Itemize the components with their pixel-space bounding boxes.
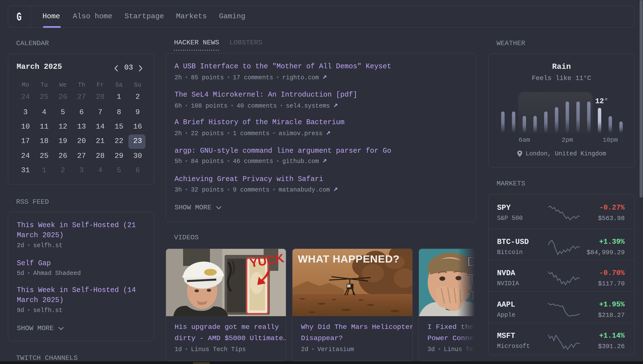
svg-text:WHAT HAPPENED?: WHAT HAPPENED? (298, 253, 400, 265)
